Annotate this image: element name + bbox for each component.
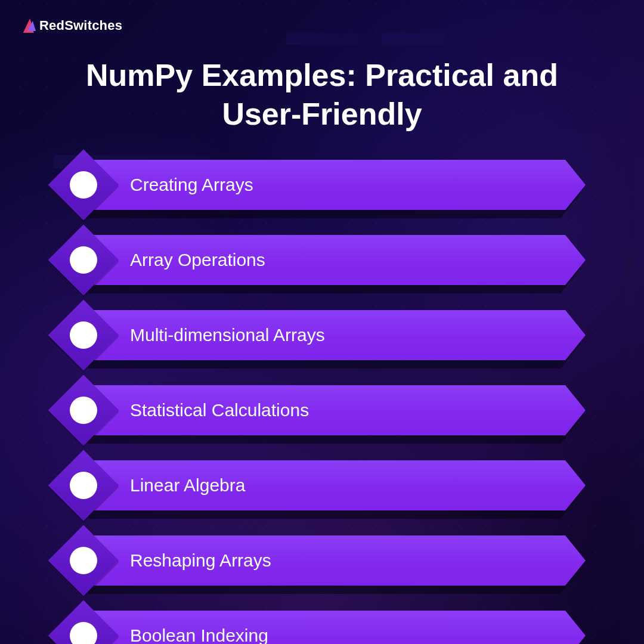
item-label: Reshaping Arrays [130,535,556,586]
bullet-dot-icon [70,472,97,499]
list-item: Linear Algebra [58,460,586,510]
item-label: Statistical Calculations [130,385,556,435]
bullet-dot-icon [70,321,97,349]
list-item: Creating Arrays [58,160,586,210]
brand-name: RedSwitches [39,18,122,33]
list-item: Boolean Indexing [58,611,586,644]
list-item: Multi-dimensional Arrays [58,310,586,360]
list-item: Reshaping Arrays [58,535,586,586]
item-label: Creating Arrays [130,160,556,210]
bullet-dot-icon [70,547,97,574]
topic-list: Creating Arrays Array Operations Multi-d… [24,160,620,644]
bullet-dot-icon [70,397,97,424]
list-item: Array Operations [58,235,586,285]
list-item: Statistical Calculations [58,385,586,435]
logo-mark-icon [23,18,36,33]
bullet-dot-icon [70,171,97,199]
item-label: Multi-dimensional Arrays [130,310,556,360]
item-label: Boolean Indexing [130,611,556,644]
page-title: NumPy Examples: Practical and User-Frien… [60,56,584,134]
bullet-dot-icon [70,246,97,274]
brand-logo: RedSwitches [24,18,620,33]
item-label: Linear Algebra [130,460,556,510]
item-label: Array Operations [130,235,556,285]
